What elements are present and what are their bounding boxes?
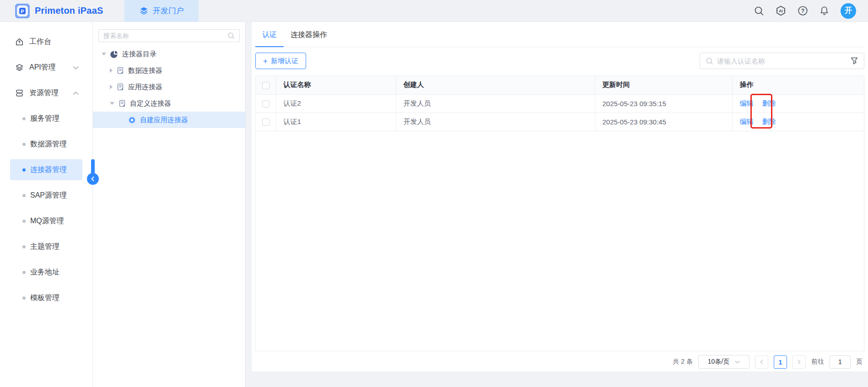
caret-collapsed-icon[interactable] bbox=[110, 85, 113, 89]
help-icon[interactable]: ? bbox=[798, 5, 808, 16]
row-checkbox[interactable] bbox=[262, 118, 270, 126]
tree-node-custom-connector[interactable]: 自定义连接器 bbox=[93, 95, 245, 112]
bullet-icon bbox=[22, 194, 26, 197]
tree-node-selfbuilt-app-connector[interactable]: 自建应用连接器 bbox=[93, 112, 245, 128]
column-header-name: 认证名称 bbox=[276, 76, 396, 94]
tree-node-label: 数据连接器 bbox=[128, 66, 162, 75]
caret-expanded-icon[interactable] bbox=[102, 53, 106, 55]
sidebar-item-topic-mgmt[interactable]: 主题管理 bbox=[10, 236, 82, 257]
bullet-icon bbox=[22, 220, 26, 223]
delete-link[interactable]: 删除 bbox=[762, 99, 776, 107]
sidebar-subitem-label: 主题管理 bbox=[30, 242, 59, 252]
svg-text:AI: AI bbox=[779, 9, 782, 13]
cell-creator: 开发人员 bbox=[396, 94, 595, 113]
collapse-button[interactable] bbox=[87, 173, 99, 185]
sidebar-item-connector-mgmt[interactable]: 连接器管理 bbox=[10, 159, 82, 180]
edit-link[interactable]: 编辑 bbox=[740, 118, 754, 125]
sidebar-item-business-address[interactable]: 业务地址 bbox=[10, 262, 82, 283]
tree-node-label: 连接器目录 bbox=[122, 50, 156, 59]
file-icon bbox=[117, 67, 124, 74]
sidebar-item-label: 工作台 bbox=[29, 37, 51, 47]
tree-search-input[interactable] bbox=[103, 32, 227, 39]
sidebar-item-label: API管理 bbox=[29, 63, 56, 72]
sidebar-subitem-label: 模板管理 bbox=[30, 293, 59, 303]
tree-node-label: 自定义连接器 bbox=[130, 99, 171, 108]
ai-assistant-icon[interactable]: AI bbox=[775, 5, 787, 16]
catalog-icon bbox=[110, 50, 118, 58]
plus-icon: + bbox=[263, 57, 268, 65]
chevron-up-icon bbox=[73, 89, 79, 97]
total-count-label: 共 2 条 bbox=[673, 358, 693, 366]
connector-tree-panel: 连接器目录 数据连接器 应用 bbox=[93, 22, 246, 387]
layers-icon bbox=[139, 6, 149, 16]
edit-link[interactable]: 编辑 bbox=[740, 99, 754, 107]
search-icon bbox=[706, 57, 713, 65]
top-header: P Primeton iPaaS 开发门户 AI ? bbox=[0, 0, 868, 22]
sidebar-item-sap-mgmt[interactable]: SAP源管理 bbox=[10, 185, 82, 206]
caret-collapsed-icon[interactable] bbox=[110, 68, 113, 73]
portal-tab-label: 开发门户 bbox=[153, 5, 184, 16]
column-header-creator: 创建人 bbox=[396, 76, 595, 94]
prev-page-button[interactable] bbox=[755, 355, 768, 369]
bullet-icon bbox=[22, 117, 26, 120]
select-all-checkbox[interactable] bbox=[262, 82, 270, 89]
delete-link[interactable]: 删除 bbox=[762, 118, 776, 125]
resources-icon bbox=[15, 89, 24, 97]
sidebar-item-service-mgmt[interactable]: 服务管理 bbox=[10, 108, 82, 129]
row-checkbox[interactable] bbox=[262, 100, 270, 108]
add-auth-button[interactable]: + 新增认证 bbox=[255, 53, 306, 69]
sidebar-item-datasource-mgmt[interactable]: 数据源管理 bbox=[10, 134, 82, 155]
sidebar-item-mq-mgmt[interactable]: MQ源管理 bbox=[10, 210, 82, 231]
tab-label: 认证 bbox=[262, 31, 277, 38]
tree-node-catalog[interactable]: 连接器目录 bbox=[93, 46, 245, 62]
tree-node-label: 应用连接器 bbox=[128, 83, 162, 91]
filter-funnel-icon[interactable] bbox=[850, 57, 858, 65]
tree-node-label: 自建应用连接器 bbox=[140, 116, 188, 124]
sidebar-item-resources[interactable]: 资源管理 bbox=[0, 82, 92, 103]
next-page-button[interactable] bbox=[793, 355, 806, 369]
page-suffix-label: 页 bbox=[856, 358, 863, 366]
content-tabs: 认证 连接器操作 bbox=[255, 22, 864, 47]
search-icon[interactable] bbox=[227, 32, 235, 39]
sidebar-subitem-label: 数据源管理 bbox=[30, 140, 67, 149]
table-row: 认证2 开发人员 2025-05-23 09:35:15 编辑 删除 bbox=[256, 94, 864, 113]
bullet-icon bbox=[22, 296, 26, 300]
tab-connector-operations[interactable]: 连接器操作 bbox=[284, 30, 334, 47]
chevron-down-icon bbox=[735, 360, 740, 364]
auth-search-input[interactable] bbox=[717, 57, 846, 65]
file-icon bbox=[117, 83, 124, 91]
column-header-updated: 更新时间 bbox=[595, 76, 732, 94]
tab-auth[interactable]: 认证 bbox=[255, 30, 284, 47]
brand-logo: P Primeton iPaaS bbox=[0, 3, 124, 19]
sidebar-nav: 工作台 API管理 资源管理 服务管理 bbox=[0, 22, 93, 387]
table-toolbar: + 新增认证 bbox=[255, 53, 864, 69]
logo-icon: P bbox=[15, 3, 30, 19]
current-page-label: 1 bbox=[778, 358, 782, 366]
tree-node-data-connector[interactable]: 数据连接器 bbox=[93, 62, 245, 79]
sidebar-subitem-label: 服务管理 bbox=[30, 114, 59, 124]
sidebar-item-workbench[interactable]: 工作台 bbox=[0, 31, 92, 52]
home-icon bbox=[15, 38, 24, 46]
ring-icon bbox=[128, 116, 136, 124]
user-avatar[interactable]: 开 bbox=[841, 3, 856, 19]
tree-node-app-connector[interactable]: 应用连接器 bbox=[93, 79, 245, 95]
search-icon[interactable] bbox=[754, 6, 764, 16]
portal-tab-dev[interactable]: 开发门户 bbox=[124, 0, 199, 22]
cell-auth-name: 认证1 bbox=[276, 113, 396, 131]
page-size-select[interactable]: 10条/页 bbox=[698, 355, 749, 369]
cell-updated: 2025-05-23 09:30:45 bbox=[595, 113, 732, 131]
svg-text:?: ? bbox=[801, 8, 804, 14]
header-actions: AI ? 开 bbox=[754, 3, 868, 19]
page-number-button[interactable]: 1 bbox=[774, 355, 787, 369]
sidebar-item-label: 资源管理 bbox=[29, 88, 59, 98]
sidebar-item-api[interactable]: API管理 bbox=[0, 57, 92, 78]
caret-expanded-icon[interactable] bbox=[110, 102, 114, 105]
bullet-icon bbox=[22, 143, 26, 146]
bullet-icon bbox=[22, 168, 26, 172]
chevron-down-icon bbox=[73, 63, 79, 71]
chevron-left-icon bbox=[760, 359, 764, 365]
bell-icon[interactable] bbox=[819, 5, 830, 16]
sidebar-item-template-mgmt[interactable]: 模板管理 bbox=[10, 287, 82, 308]
app-window: P Primeton iPaaS 开发门户 AI ? bbox=[0, 0, 868, 387]
goto-page-input[interactable] bbox=[830, 355, 851, 369]
